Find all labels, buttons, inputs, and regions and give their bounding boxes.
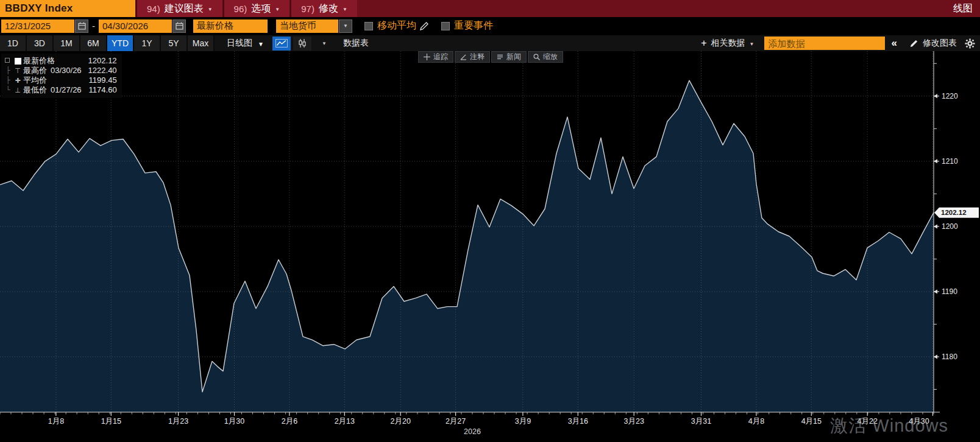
legend-label: 平均价 [23, 75, 47, 85]
zoom-icon [533, 54, 540, 60]
legend-label: 最低价 [23, 85, 47, 95]
collapse-icon[interactable] [4, 56, 12, 66]
periodicity-label: 日线图 [227, 38, 252, 49]
calendar-icon [78, 22, 86, 30]
end-date-input[interactable]: 04/30/2026 [99, 19, 172, 33]
svg-text:1200: 1200 [942, 222, 958, 231]
legend-value: 1202.12 [85, 56, 117, 66]
chevron-down-icon: ▼ [208, 7, 213, 12]
end-date-calendar-button[interactable] [172, 19, 186, 33]
chevron-down-icon: ▼ [750, 41, 755, 47]
start-date-calendar-button[interactable] [75, 19, 88, 33]
legend-value: 1199.45 [85, 75, 117, 85]
svg-text:1月23: 1月23 [168, 417, 188, 426]
svg-text:2月20: 2月20 [391, 417, 411, 426]
chevron-down-icon: ▼ [275, 7, 280, 12]
svg-text:2月27: 2月27 [446, 417, 466, 426]
data-table-button[interactable]: 数据表 [343, 38, 369, 49]
more-chart-types-button[interactable]: ▼ [316, 37, 332, 51]
legend-row-last: 最新价格 1202.12 [4, 56, 117, 66]
legend-row-high: ├ ⊤ 最高价 03/30/26 1222.40 [4, 66, 117, 75]
svg-text:2月6: 2月6 [282, 417, 297, 426]
chart-legend[interactable]: 最新价格 1202.12 ├ ⊤ 最高价 03/30/26 1222.40 ├ … [1, 54, 122, 98]
legend-label: 最新价格 [23, 56, 55, 66]
svg-text:3月23: 3月23 [624, 417, 644, 426]
key-events-checkbox[interactable] [441, 22, 450, 30]
news-button[interactable]: 新闻 [491, 51, 527, 63]
zoom-label: 缩放 [543, 52, 558, 62]
modify-chart-button[interactable]: 修改图表 [904, 38, 962, 49]
svg-text:4月30: 4月30 [909, 417, 929, 426]
security-field[interactable]: BBDXY Index [0, 0, 135, 17]
legend-value: 1222.40 [85, 66, 117, 75]
svg-text:4月22: 4月22 [857, 417, 878, 426]
track-icon [424, 54, 430, 60]
currency-select[interactable]: 当地货币 [276, 19, 338, 33]
annotate-button[interactable]: 注释 [455, 51, 490, 63]
pencil-icon[interactable] [419, 21, 429, 31]
menu-number: 96) [234, 4, 247, 14]
date-range-separator: - [92, 21, 95, 31]
candle-chart-type-button[interactable] [293, 37, 311, 51]
collapse-panel-button[interactable]: « [885, 37, 904, 49]
chart-toolbar: 1D 3D 1M 6M YTD 1Y 5Y Max 日线图 ▼ ▼ 数据表 + … [0, 35, 980, 51]
gear-icon [965, 38, 975, 49]
pencil-icon [909, 39, 918, 48]
controls-bar: 12/31/2025 - 04/30/2026 最新价格 当地货币 ▼ 移动平均… [0, 17, 980, 35]
tab-6m[interactable]: 6M [80, 35, 107, 52]
tab-ytd[interactable]: YTD [107, 35, 134, 52]
menu-suggested-charts[interactable]: 94) 建议图表 ▼ [135, 0, 222, 17]
average-marker-icon: ✚ [12, 75, 23, 85]
zoom-button[interactable]: 缩放 [528, 51, 563, 63]
add-data-input[interactable] [764, 37, 885, 50]
high-marker-icon: ⊤ [12, 66, 23, 75]
legend-date: 03/30/26 [51, 66, 82, 75]
legend-row-average: ├ ✚ 平均价 1199.45 [4, 75, 117, 85]
modify-chart-label: 修改图表 [923, 38, 957, 49]
menu-options[interactable]: 96) 选项 ▼ [222, 0, 290, 17]
track-label: 追踪 [433, 52, 448, 62]
tab-1m[interactable]: 1M [54, 35, 80, 52]
menu-label: 建议图表 [165, 2, 204, 15]
tab-3d[interactable]: 3D [27, 35, 54, 52]
track-button[interactable]: 追踪 [418, 51, 453, 63]
annotate-icon [460, 54, 467, 60]
annotate-label: 注释 [470, 52, 485, 62]
chart-tools-toolbar: 追踪 注释 新闻 缩放 [418, 51, 563, 63]
price-chart[interactable]: 118011901200121012201月81月151月231月302月62月… [0, 51, 980, 442]
title-bar: BBDXY Index 94) 建议图表 ▼ 96) 选项 ▼ 97) 修改 ▼… [0, 0, 980, 17]
legend-date: 01/27/26 [51, 85, 82, 95]
svg-text:1月15: 1月15 [101, 417, 121, 426]
chevron-down-icon: ▼ [258, 41, 264, 47]
svg-text:1220: 1220 [942, 92, 958, 100]
calendar-icon [176, 22, 183, 30]
tab-1d[interactable]: 1D [0, 35, 27, 52]
titlebar-spacer [357, 0, 953, 17]
svg-text:3月31: 3月31 [691, 417, 711, 426]
legend-row-low: └ ⊥ 最低价 01/27/26 1174.60 [4, 85, 117, 95]
svg-text:1190: 1190 [942, 287, 957, 296]
chart-region: 118011901200121012201月81月151月231月302月62月… [0, 51, 980, 442]
tab-5y[interactable]: 5Y [161, 35, 188, 52]
related-data-button[interactable]: + 相关数据 ▼ [701, 38, 754, 49]
svg-text:3月9: 3月9 [515, 417, 531, 426]
moving-average-label: 移动平均 [377, 19, 416, 32]
menu-edit[interactable]: 97) 修改 ▼ [289, 0, 357, 17]
svg-text:3月16: 3月16 [568, 417, 588, 426]
tab-1y[interactable]: 1Y [134, 35, 161, 52]
start-date-input[interactable]: 12/31/2025 [1, 19, 74, 33]
svg-text:4月8: 4月8 [748, 417, 764, 426]
news-icon [497, 54, 503, 60]
menu-label: 修改 [319, 2, 338, 15]
moving-average-checkbox[interactable] [364, 22, 373, 30]
currency-dropdown-button[interactable]: ▼ [339, 19, 352, 33]
plus-icon: + [701, 38, 706, 49]
svg-text:2026: 2026 [464, 427, 481, 436]
line-chart-type-button[interactable] [272, 37, 291, 51]
settings-button[interactable] [962, 38, 980, 49]
price-type-select[interactable]: 最新价格 [193, 19, 268, 33]
series-swatch [12, 58, 23, 65]
tab-max[interactable]: Max [188, 35, 215, 52]
periodicity-select[interactable]: 日线图 ▼ [219, 38, 271, 49]
svg-text:1180: 1180 [942, 353, 957, 361]
